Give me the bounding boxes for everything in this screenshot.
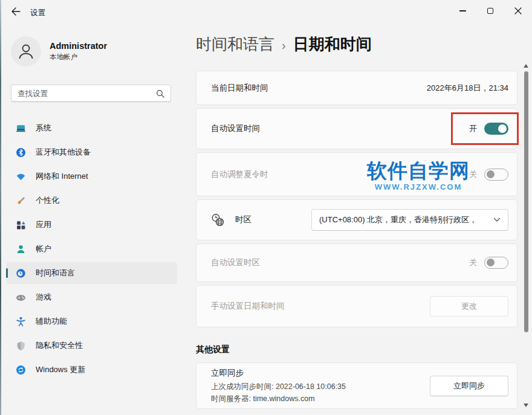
other-settings-header: 其他设置 (196, 344, 230, 355)
row-label: 时区 (235, 214, 251, 225)
sidebar-item-label: 系统 (36, 123, 51, 134)
close-icon (514, 7, 522, 14)
update-icon (16, 365, 26, 375)
sync-title: 立即同步 (211, 368, 346, 379)
scrollbar-thumb[interactable] (524, 71, 528, 332)
breadcrumb-parent[interactable]: 时间和语言 (196, 34, 274, 55)
sidebar-item-windows-update[interactable]: Windows 更新 (6, 359, 177, 381)
titlebar: 设置 (0, 0, 532, 22)
auto-dst-toggle[interactable] (484, 169, 508, 181)
sidebar-item-label: 蓝牙和其他设备 (36, 147, 91, 158)
row-label: 当前日期和时间 (211, 83, 268, 94)
sidebar-item-network[interactable]: 网络和 Internet (6, 166, 177, 187)
row-auto-dst: 自动调整夏令时 关 (196, 152, 517, 196)
toggle-knob (487, 259, 495, 266)
minimize-button[interactable] (449, 0, 476, 22)
desktop-edge-strip (0, 0, 1, 415)
time-zone-dropdown[interactable]: (UTC+08:00) 北京，重庆，香港特别行政区， (311, 209, 508, 231)
maximize-button[interactable] (476, 0, 504, 22)
current-datetime-value: 2022年6月18日，21:34 (427, 83, 508, 94)
row-time-zone: 时区 (UTC+08:00) 北京，重庆，香港特别行政区， (196, 199, 517, 240)
sync-last-time: 上次成功同步时间: 2022-06-18 10:06:35 (211, 382, 346, 392)
row-label: 自动设置时区 (211, 257, 260, 268)
avatar (11, 36, 41, 66)
scrollbar-down-arrow[interactable] (524, 404, 528, 407)
sidebar-item-label: 游戏 (36, 292, 51, 303)
user-block: Administrator 本地帐户 (11, 36, 107, 66)
system-icon (16, 123, 26, 134)
toggle-knob (487, 170, 495, 178)
row-auto-set-time: 自动设置时间 开 (196, 108, 517, 149)
sidebar-nav: 系统 蓝牙和其他设备 网络和 Internet 个性化 应用 (6, 117, 177, 383)
breadcrumb-separator: › (282, 39, 286, 53)
sync-server: 时间服务器: time.windows.com (211, 394, 346, 404)
clock-language-icon (16, 268, 26, 278)
maximize-icon (487, 8, 493, 14)
toggle-knob (498, 124, 507, 133)
row-current-datetime: 当前日期和时间 2022年6月18日，21:34 (196, 71, 517, 105)
gamepad-icon (16, 292, 26, 303)
shield-icon (16, 341, 26, 351)
sidebar-item-label: 时间和语言 (36, 268, 75, 278)
sidebar-item-label: Windows 更新 (36, 364, 85, 375)
search-box[interactable] (11, 85, 171, 102)
auto-set-time-toggle[interactable] (484, 123, 508, 135)
row-label: 自动设置时间 (211, 123, 260, 134)
sidebar-item-label: 辅助功能 (36, 316, 67, 327)
row-label: 自动调整夏令时 (211, 169, 268, 180)
paintbrush-icon (16, 196, 26, 206)
sidebar-item-label: 个性化 (36, 195, 59, 206)
row-label: 手动设置日期和时间 (211, 301, 285, 312)
accessibility-icon (16, 317, 26, 327)
row-manual-datetime: 手动设置日期和时间 更改 (196, 285, 517, 327)
row-sync-now: 立即同步 上次成功同步时间: 2022-06-18 10:06:35 时间服务器… (196, 362, 517, 409)
auto-set-timezone-toggle[interactable] (484, 257, 508, 269)
timezone-clock-globe-icon (211, 213, 224, 227)
time-zone-value: (UTC+08:00) 北京，重庆，香港特别行政区， (319, 214, 493, 225)
chevron-down-icon (493, 217, 501, 222)
sidebar-item-label: 帐户 (36, 243, 51, 254)
sidebar-item-label: 隐私和安全性 (36, 340, 83, 351)
toggle-state-label: 关 (469, 257, 477, 268)
user-name: Administrator (50, 41, 107, 51)
wifi-icon (16, 172, 26, 182)
sidebar-item-label: 应用 (36, 219, 51, 230)
apps-icon (16, 220, 26, 230)
sidebar-item-accounts[interactable]: 帐户 (6, 238, 177, 260)
breadcrumb: 时间和语言 › 日期和时间 (196, 34, 372, 55)
change-button[interactable]: 更改 (430, 296, 508, 317)
sync-now-button[interactable]: 立即同步 (430, 376, 508, 396)
scrollbar-up-arrow[interactable] (524, 64, 528, 68)
window-title: 设置 (30, 8, 45, 18)
sidebar-item-label: 网络和 Internet (36, 171, 88, 182)
page-title: 日期和时间 (293, 34, 372, 55)
sidebar-item-bluetooth[interactable]: 蓝牙和其他设备 (6, 141, 177, 163)
sidebar-item-accessibility[interactable]: 辅助功能 (6, 310, 177, 332)
search-icon (156, 89, 164, 98)
sidebar-item-privacy[interactable]: 隐私和安全性 (6, 335, 177, 356)
sidebar-item-personalization[interactable]: 个性化 (6, 190, 177, 211)
account-person-icon (16, 244, 26, 254)
minimize-icon (459, 10, 466, 11)
bluetooth-icon (16, 147, 26, 158)
toggle-state-label: 关 (469, 169, 477, 180)
person-icon (16, 41, 36, 62)
sidebar-item-apps[interactable]: 应用 (6, 214, 177, 236)
sidebar-item-system[interactable]: 系统 (6, 117, 177, 139)
sidebar-item-gaming[interactable]: 游戏 (6, 286, 177, 308)
search-input[interactable] (18, 89, 156, 98)
back-button[interactable] (8, 5, 23, 18)
row-auto-set-timezone: 自动设置时区 关 (196, 243, 517, 282)
user-account-type: 本地帐户 (50, 53, 107, 62)
close-button[interactable] (504, 0, 532, 22)
sidebar-item-time-language[interactable]: 时间和语言 (6, 262, 177, 284)
back-arrow-icon (11, 7, 21, 16)
toggle-state-label: 开 (469, 123, 477, 134)
